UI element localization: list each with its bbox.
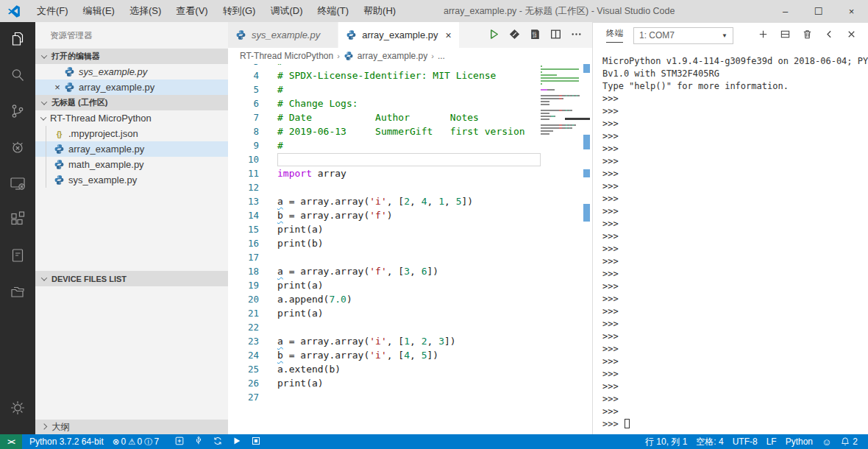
eol-sequence[interactable]: LF	[762, 434, 781, 449]
code-line-6[interactable]: 6# Change Logs:	[228, 96, 541, 110]
activity-notebook[interactable]	[0, 238, 35, 275]
minimap[interactable]	[541, 64, 581, 139]
code-line-19[interactable]: 19print(a)	[228, 278, 541, 292]
action-split-editor[interactable]	[545, 22, 566, 48]
code-line-24[interactable]: 24b = array.array('i', [4, 5])	[228, 348, 541, 362]
close-icon[interactable]: ×	[446, 29, 452, 41]
menu-d[interactable]: 调试(D)	[263, 0, 310, 22]
code-line-23[interactable]: 23a = array.array('i', [1, 2, 3])	[228, 334, 541, 348]
tree-item-math_example-py[interactable]: math_example.py	[35, 157, 228, 172]
action-run[interactable]	[483, 22, 504, 48]
terminal-action-close[interactable]	[840, 23, 862, 48]
activity-source-control[interactable]	[0, 94, 35, 130]
code-line-10[interactable]: 10	[228, 152, 541, 166]
code-line-21[interactable]: 21print(a)	[228, 306, 541, 320]
menu-h[interactable]: 帮助(H)	[356, 0, 403, 22]
code-editor[interactable]: 3#4# SPDX-License-Identifier: MIT Licens…	[228, 64, 592, 434]
action-more[interactable]	[566, 22, 586, 48]
open-editor-array_example.py[interactable]: ×array_example.py	[35, 79, 228, 95]
maximize-button[interactable]: ☐	[802, 0, 835, 22]
terminal-action-new[interactable]	[752, 23, 774, 48]
code-line-13[interactable]: 13a = array.array('i', [2, 4, 1, 5])	[228, 194, 541, 208]
terminal-action-split[interactable]	[774, 23, 796, 48]
open-editors-header[interactable]: 打开的编辑器	[35, 49, 228, 64]
terminal-action-trash[interactable]	[796, 23, 818, 48]
terminal-cursor	[625, 419, 630, 428]
code-line-11[interactable]: 11import array	[228, 166, 541, 180]
code-text: #	[277, 64, 541, 68]
terminal-select[interactable]: 1: COM7 ▼	[633, 27, 733, 44]
terminal-output[interactable]: MicroPython v1.9.4-114-g309fe39d on 2018…	[593, 48, 868, 431]
tree-item--mpyproject-json[interactable]: {}.mpyproject.json	[35, 126, 228, 141]
code-line-9[interactable]: 9#	[228, 138, 541, 152]
code-line-27[interactable]: 27	[228, 390, 541, 404]
cursor-position[interactable]: 行 10, 列 1	[641, 434, 691, 449]
close-button[interactable]: ×	[835, 0, 868, 22]
code-line-5[interactable]: 5#	[228, 82, 541, 96]
notifications-bell[interactable]: 2	[836, 434, 862, 449]
outline-header[interactable]: 大纲	[35, 420, 228, 434]
action-memory[interactable]: 0110	[524, 22, 545, 48]
language-mode[interactable]: Python	[781, 434, 817, 449]
tab-sys_example.py[interactable]: sys_example.py	[228, 22, 338, 48]
indentation[interactable]: 空格: 4	[691, 434, 728, 449]
activity-folders[interactable]	[0, 275, 35, 311]
menu-t[interactable]: 终端(T)	[310, 0, 356, 22]
code-line-4[interactable]: 4# SPDX-License-Identifier: MIT License	[228, 68, 541, 82]
code-line-16[interactable]: 16print(b)	[228, 236, 541, 250]
file-label: sys_example.py	[68, 174, 137, 185]
activity-search[interactable]	[0, 58, 35, 94]
statusbar-stop[interactable]	[246, 434, 266, 449]
tab-terminal[interactable]: 终端	[606, 28, 623, 43]
code-line-15[interactable]: 15print(a)	[228, 222, 541, 236]
terminal-action-chevron-left[interactable]	[818, 23, 840, 48]
open-editor-sys_example.py[interactable]: sys_example.py	[35, 64, 228, 79]
code-line-12[interactable]: 12	[228, 180, 541, 194]
device-files-header[interactable]: DEVICE FILES LIST	[35, 271, 228, 286]
code-line-8[interactable]: 8# 2019-06-13 SummerGift first version	[228, 124, 541, 138]
statusbar-sync[interactable]	[208, 434, 227, 449]
code-line-20[interactable]: 20a.append(7.0)	[228, 292, 541, 306]
remote-indicator[interactable]: ><	[0, 434, 22, 449]
menu-s[interactable]: 选择(S)	[122, 0, 168, 22]
breadcrumb-item[interactable]: RT-Thread MicroPython	[240, 51, 333, 61]
tree-item-sys_example-py[interactable]: sys_example.py	[35, 172, 228, 188]
statusbar-add[interactable]	[170, 434, 189, 449]
feedback-smiley-icon[interactable]: ☺	[817, 434, 836, 449]
workspace-header[interactable]: 无标题 (工作区)	[35, 95, 228, 110]
menu-v[interactable]: 查看(V)	[168, 0, 215, 22]
code-line-17[interactable]: 17	[228, 250, 541, 264]
tab-array_example.py[interactable]: array_example.py×	[338, 22, 460, 48]
statusbar-play[interactable]	[227, 434, 246, 449]
terminal-prompt-line: >>>	[602, 418, 868, 431]
menu-f[interactable]: 文件(F)	[29, 0, 76, 22]
activity-settings[interactable]	[0, 391, 35, 427]
tree-item-array_example-py[interactable]: array_example.py	[35, 141, 228, 157]
code-line-22[interactable]: 22	[228, 320, 541, 334]
minimize-button[interactable]: –	[769, 0, 802, 22]
action-download[interactable]	[504, 22, 524, 48]
activity-explorer[interactable]	[0, 22, 35, 58]
minimap-line	[541, 83, 581, 85]
code-line-7[interactable]: 7# Date Author Notes	[228, 110, 541, 124]
breadcrumb-item[interactable]: ...	[438, 51, 445, 61]
code-line-25[interactable]: 25a.extend(b)	[228, 362, 541, 376]
activity-remote-device[interactable]	[0, 166, 35, 202]
tree-item-RT-Thread-MicroPython[interactable]: RT-Thread MicroPython	[35, 110, 228, 126]
statusbar-usb[interactable]	[189, 434, 208, 449]
menu-g[interactable]: 转到(G)	[216, 0, 263, 22]
code-line-14[interactable]: 14b = array.array('f')	[228, 208, 541, 222]
activity-extensions[interactable]	[0, 202, 35, 238]
close-icon[interactable]: ×	[51, 82, 63, 93]
minimap-line	[541, 107, 581, 108]
python-interpreter[interactable]: Python 3.7.2 64-bit	[25, 434, 108, 449]
encoding[interactable]: UTF-8	[728, 434, 762, 449]
code-line-18[interactable]: 18a = array.array('f', [3, 6])	[228, 264, 541, 278]
code-text: print(a)	[277, 307, 541, 320]
breadcrumb-item[interactable]: array_example.py	[344, 51, 427, 62]
problems-indicator[interactable]: ⊗0 ⚠0 ⓘ7	[108, 434, 166, 449]
terminal-text-line: Bv1.0 with STM32F405RG	[602, 68, 868, 80]
activity-debug[interactable]	[0, 130, 35, 166]
code-line-26[interactable]: 26print(a)	[228, 376, 541, 390]
menu-e[interactable]: 编辑(E)	[76, 0, 122, 22]
